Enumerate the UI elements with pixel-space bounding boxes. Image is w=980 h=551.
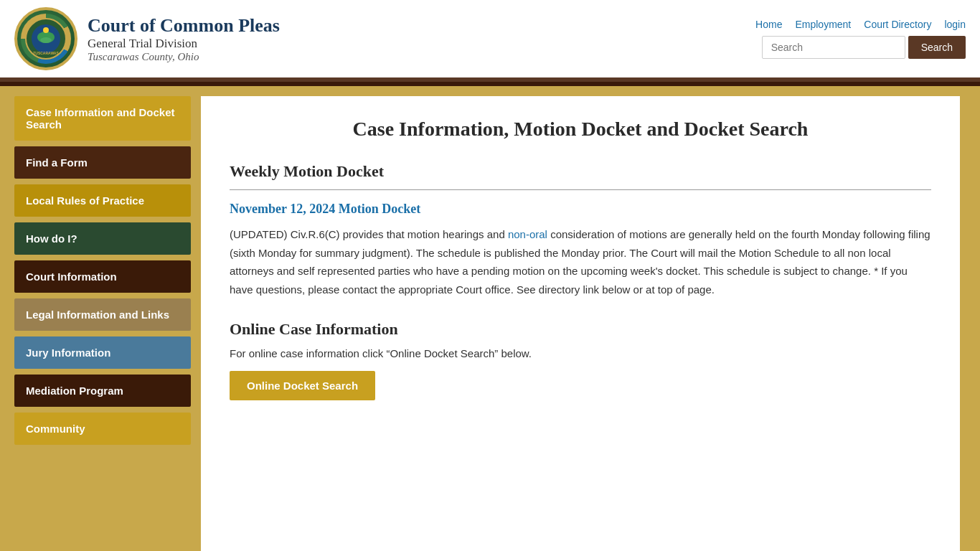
motion-docket-link[interactable]: November 12, 2024 Motion Docket (230, 202, 931, 217)
body-prefix: (UPDATED) Civ.R.6(C) provides that motio… (230, 228, 508, 240)
online-docket-search-button[interactable]: Online Docket Search (230, 371, 375, 400)
nav-home[interactable]: Home (755, 19, 782, 30)
sidebar-item-legal-information[interactable]: Legal Information and Links (14, 298, 191, 331)
search-button[interactable]: Search (908, 36, 966, 59)
court-location: Tuscarawas County, Ohio (88, 51, 280, 63)
nav-employment[interactable]: Employment (795, 19, 851, 30)
search-form: Search (762, 36, 966, 59)
right-decorative-strip (970, 86, 980, 551)
section-divider (230, 189, 931, 190)
header-right: Home Employment Court Directory login Se… (755, 19, 966, 59)
motion-docket-body: (UPDATED) Civ.R.6(C) provides that motio… (230, 225, 931, 298)
top-nav: Home Employment Court Directory login (755, 19, 966, 30)
sidebar-item-find-a-form[interactable]: Find a Form (14, 146, 191, 179)
court-division: General Trial Division (88, 37, 280, 51)
logo-inner: TUSCARAWAS (21, 14, 71, 64)
sidebar-item-case-information[interactable]: Case Information and Docket Search (14, 96, 191, 141)
svg-point-4 (43, 27, 49, 33)
sidebar-item-local-rules[interactable]: Local Rules of Practice (14, 184, 191, 217)
nav-court-directory[interactable]: Court Directory (864, 19, 931, 30)
page-title: Case Information, Motion Docket and Dock… (230, 118, 931, 141)
sidebar-item-jury-information[interactable]: Jury Information (14, 336, 191, 369)
online-case-section-title: Online Case Information (230, 320, 931, 339)
svg-point-3 (40, 37, 52, 43)
svg-text:TUSCARAWAS: TUSCARAWAS (33, 51, 59, 55)
main-content: Case Information, Motion Docket and Dock… (201, 96, 960, 551)
main-layout: Case Information and Docket Search Find … (0, 86, 980, 551)
sidebar-item-mediation[interactable]: Mediation Program (14, 375, 191, 407)
nav-login[interactable]: login (944, 19, 966, 30)
weekly-motion-section-title: Weekly Motion Docket (230, 162, 931, 181)
sidebar: Case Information and Docket Search Find … (0, 86, 201, 551)
sidebar-item-court-information[interactable]: Court Information (14, 260, 191, 293)
sidebar-item-community[interactable]: Community (14, 413, 191, 445)
online-case-body: For online case information click “Onlin… (230, 347, 931, 359)
sidebar-item-how-do-i[interactable]: How do I? (14, 222, 191, 255)
site-header: TUSCARAWAS Court of Common Pleas General… (0, 0, 980, 82)
court-logo: TUSCARAWAS (14, 7, 77, 70)
court-name: Court of Common Pleas (88, 15, 280, 37)
header-title-block: Court of Common Pleas General Trial Divi… (88, 15, 280, 63)
header-branding: TUSCARAWAS Court of Common Pleas General… (14, 7, 280, 70)
non-oral-link[interactable]: non-oral (508, 228, 547, 240)
search-input[interactable] (762, 36, 905, 59)
